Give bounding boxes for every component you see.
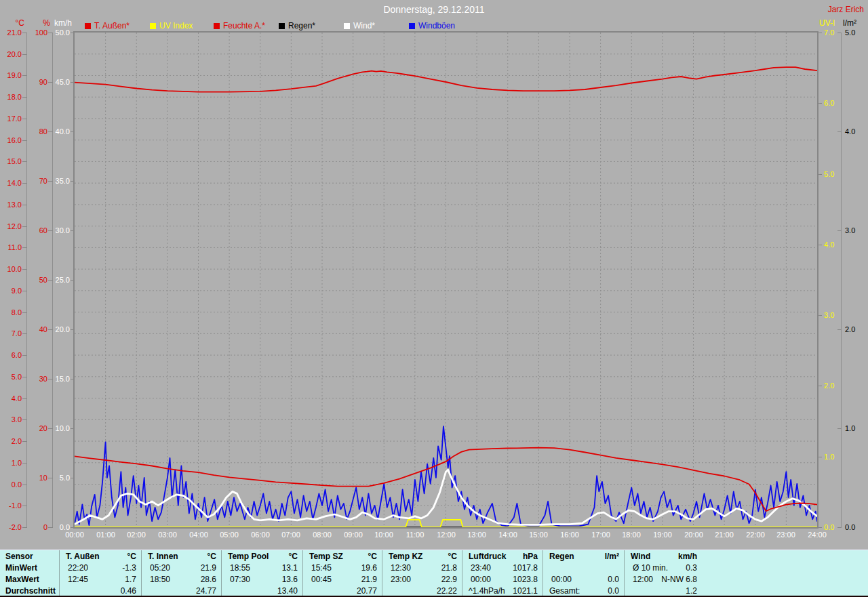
tick-mark-celsius (22, 247, 27, 248)
table-cell-value: °C (141, 551, 216, 562)
x-tick-label: 07:00 (276, 531, 306, 539)
tick-label-celsius: 13.0 (0, 201, 22, 209)
tick-label-uv: 5.0 (824, 170, 834, 178)
tick-mark-celsius (22, 75, 27, 76)
table-cell-value: 19.6 (302, 562, 377, 573)
legend-swatch-icon (344, 23, 350, 29)
tick-label-lpm: 2.0 (845, 325, 855, 333)
tick-label-kmh: 20.0 (29, 325, 70, 333)
table-cell-value: 1023.8 (462, 574, 538, 585)
legend-label: Feuchte A.* (223, 21, 265, 30)
tick-label-uv: 7.0 (824, 28, 834, 37)
x-tick-label: 10:00 (369, 531, 399, 539)
table-cell-value: 24.77 (141, 585, 216, 596)
table-cell-value: hPa (462, 551, 538, 562)
x-tick-label: 19:00 (648, 531, 677, 539)
tick-label-celsius: 6.0 (0, 351, 22, 359)
x-tick-label: 06:00 (245, 531, 275, 539)
x-tick-label: 22:00 (741, 531, 770, 539)
x-tick-label: 11:00 (400, 531, 430, 539)
tick-label-celsius: 4.0 (0, 394, 22, 403)
tick-label-celsius: -1.0 (0, 501, 22, 510)
axis-header-percent: % (34, 18, 50, 28)
tick-label-celsius: 18.0 (0, 93, 22, 101)
x-tick-label: 09:00 (338, 531, 368, 539)
summary-table: SensorMinWertMaxWertDurchschnittT. Außen… (0, 550, 868, 596)
x-tick-label: 05:00 (214, 531, 244, 539)
tick-mark-celsius (22, 463, 27, 464)
chart-canvas (75, 33, 817, 527)
x-tick-label: 24:00 (802, 531, 832, 539)
table-cell-value: 21.8 (382, 562, 457, 573)
tick-mark-celsius (22, 312, 27, 313)
tick-label-celsius: 3.0 (0, 415, 22, 424)
tick-mark-celsius (22, 97, 27, 98)
table-cell-value: 21.9 (141, 562, 216, 573)
tick-label-kmh: 50.0 (29, 28, 70, 37)
x-tick-label: 13:00 (462, 531, 492, 539)
tick-label-uv: 3.0 (824, 311, 834, 319)
tick-label-kmh: 5.0 (29, 474, 70, 482)
tick-mark-celsius (22, 161, 27, 162)
table-cell-value: °C (59, 551, 136, 562)
tick-mark-celsius (22, 506, 27, 506)
tick-label-kmh: 45.0 (29, 78, 70, 86)
tick-mark-lpm (837, 428, 842, 429)
tick-label-lpm: 0.0 (845, 523, 855, 531)
table-cell-value: 13.1 (221, 562, 298, 573)
table-cell-value: °C (382, 551, 457, 562)
legend-label: UV Index (159, 21, 193, 30)
x-tick-label: 20:00 (679, 531, 709, 539)
table-cell-value: 1.7 (59, 574, 136, 585)
legend-label: T. Außen* (94, 21, 130, 30)
tick-label-celsius: 10.0 (0, 265, 22, 273)
tick-label-celsius: 9.0 (0, 287, 22, 295)
tick-mark-celsius (22, 419, 27, 420)
tick-mark-celsius (22, 291, 27, 291)
legend-item-6: Windböen (409, 21, 455, 30)
author-label: Jarz Erich (828, 5, 864, 14)
x-tick-label: 04:00 (184, 531, 214, 539)
x-tick-label: 18:00 (616, 531, 646, 539)
chart-plot-area (73, 31, 818, 529)
x-tick-label: 12:00 (431, 531, 461, 539)
legend-swatch-icon (85, 23, 91, 29)
legend-label: Windböen (418, 21, 455, 30)
axis-header-uv: UV-I (819, 18, 835, 28)
tick-label-celsius: 11.0 (0, 243, 22, 251)
tick-label-celsius: 20.0 (0, 50, 22, 58)
tick-label-kmh: 35.0 (29, 177, 70, 185)
table-cell-value: l/m² (542, 551, 619, 562)
table-cell-value: 21.9 (302, 574, 377, 585)
legend-label: Regen* (288, 21, 315, 30)
tick-mark-lpm (837, 33, 842, 33)
tick-label-celsius: 1.0 (0, 459, 22, 467)
table-cell-value: 0.0 (542, 574, 619, 585)
axis-line-lpm (841, 33, 842, 527)
table-row-label: Sensor (5, 551, 33, 562)
table-cell-value: 13.6 (221, 574, 298, 585)
legend-swatch-icon (214, 23, 220, 29)
x-tick-label: 15:00 (524, 531, 553, 539)
table-cell-value: °C (221, 551, 298, 562)
table-cell-value: °C (302, 551, 377, 562)
table-cell-value: 22.22 (382, 585, 457, 596)
x-tick-label: 16:00 (555, 531, 585, 539)
tick-mark-celsius (22, 355, 27, 356)
table-cell-value: N-NW 6.8 (624, 574, 697, 585)
tick-mark-celsius (22, 441, 27, 442)
table-cell-value: 20.77 (302, 585, 377, 596)
tick-label-uv: 6.0 (824, 99, 834, 107)
x-tick-label: 17:00 (586, 531, 616, 539)
tick-label-kmh: 25.0 (29, 276, 70, 284)
legend-item-1: T. Außen* (85, 21, 130, 30)
tick-label-celsius: 8.0 (0, 308, 22, 316)
table-cell-value: 28.6 (141, 574, 216, 585)
table-cell-value: 22.9 (382, 574, 457, 585)
table-cell-value: 13.40 (221, 585, 298, 596)
table-cell-value: 0.3 (624, 562, 697, 573)
tick-label-uv: 1.0 (824, 453, 834, 461)
table-cell-value: 1017.8 (462, 562, 538, 573)
legend-item-4: Regen* (279, 21, 315, 30)
legend-label: Wind* (353, 21, 375, 30)
